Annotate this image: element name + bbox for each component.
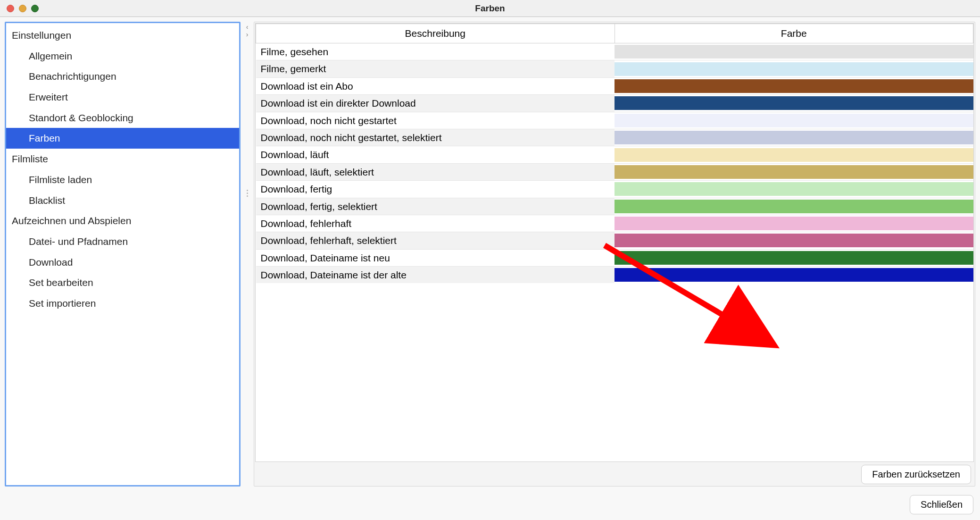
color-cell[interactable]	[615, 181, 973, 198]
description-cell: Download, fehlerhaft, selektiert	[256, 232, 615, 249]
color-swatch	[615, 131, 973, 144]
minimize-window-icon[interactable]	[19, 5, 26, 12]
color-swatch	[615, 45, 973, 59]
color-cell[interactable]	[615, 232, 973, 249]
sidebar-item[interactable]: Erweitert	[6, 87, 239, 108]
sidebar-item[interactable]: Download	[6, 252, 239, 273]
description-cell: Download, fertig	[256, 181, 615, 198]
description-cell: Download, läuft	[256, 146, 615, 163]
table-row[interactable]: Download, fertig	[256, 181, 973, 198]
color-swatch	[615, 62, 973, 76]
table-row[interactable]: Download, Dateiname ist der alte	[256, 267, 973, 284]
sidebar-item[interactable]: Set bearbeiten	[6, 272, 239, 293]
table-row[interactable]: Download, fertig, selektiert	[256, 198, 973, 215]
maximize-window-icon[interactable]	[31, 5, 39, 12]
titlebar: Farben	[0, 0, 980, 17]
color-swatch	[615, 96, 973, 110]
sidebar-item[interactable]: Filmliste laden	[6, 169, 239, 190]
color-cell[interactable]	[615, 60, 973, 77]
color-table: Beschreibung Farbe Filme, gesehenFilme, …	[256, 24, 973, 283]
color-cell[interactable]	[615, 43, 973, 60]
splitter[interactable]: ‹ ›	[243, 22, 251, 486]
description-cell: Download, läuft, selektiert	[256, 163, 615, 180]
content-area: EinstellungenAllgemeinBenachrichtigungen…	[0, 17, 980, 491]
description-cell: Download, noch nicht gestartet, selektie…	[256, 129, 615, 146]
description-cell: Download, fehlerhaft	[256, 215, 615, 232]
dialog-footer: Schließen	[0, 491, 980, 520]
description-cell: Download, noch nicht gestartet	[256, 112, 615, 129]
sidebar-item[interactable]: Set importieren	[6, 293, 239, 314]
table-row[interactable]: Download, läuft	[256, 146, 973, 163]
table-row[interactable]: Download, Dateiname ist neu	[256, 249, 973, 266]
table-row[interactable]: Download, fehlerhaft	[256, 215, 973, 232]
sidebar-item[interactable]: Farben	[6, 128, 239, 149]
color-swatch	[615, 165, 973, 179]
description-cell: Download ist ein direkter Download	[256, 95, 615, 112]
column-header-description[interactable]: Beschreibung	[256, 24, 615, 43]
sidebar-group[interactable]: Filmliste	[6, 149, 239, 169]
color-cell[interactable]	[615, 112, 973, 129]
chevron-left-icon: ‹	[246, 24, 249, 30]
color-swatch	[615, 200, 973, 213]
description-cell: Download ist ein Abo	[256, 77, 615, 94]
table-row[interactable]: Download, läuft, selektiert	[256, 163, 973, 180]
color-swatch	[615, 234, 973, 247]
column-header-color[interactable]: Farbe	[615, 24, 973, 43]
description-cell: Download, Dateiname ist der alte	[256, 267, 615, 284]
table-row[interactable]: Filme, gesehen	[256, 43, 973, 60]
sidebar-item[interactable]: Benachrichtigungen	[6, 66, 239, 87]
close-button[interactable]: Schließen	[910, 495, 973, 514]
table-row[interactable]: Download, noch nicht gestartet	[256, 112, 973, 129]
sidebar-item[interactable]: Allgemein	[6, 46, 239, 67]
color-cell[interactable]	[615, 77, 973, 94]
table-row[interactable]: Download ist ein direkter Download	[256, 95, 973, 112]
color-swatch	[615, 79, 973, 93]
color-cell[interactable]	[615, 95, 973, 112]
settings-window: Farben EinstellungenAllgemeinBenachricht…	[0, 0, 980, 520]
sidebar-item[interactable]: Standort & Geoblocking	[6, 108, 239, 128]
close-window-icon[interactable]	[7, 5, 14, 12]
color-swatch	[615, 251, 973, 265]
color-swatch	[615, 182, 973, 196]
grab-handle-icon	[247, 190, 248, 197]
table-row[interactable]: Download, noch nicht gestartet, selektie…	[256, 129, 973, 146]
color-cell[interactable]	[615, 267, 973, 284]
table-row[interactable]: Download ist ein Abo	[256, 77, 973, 94]
color-cell[interactable]	[615, 198, 973, 215]
reset-colors-button[interactable]: Farben zurücksetzen	[861, 465, 971, 484]
color-cell[interactable]	[615, 129, 973, 146]
window-controls	[7, 5, 39, 12]
description-cell: Filme, gesehen	[256, 43, 615, 60]
color-swatch	[615, 268, 973, 282]
color-swatch	[615, 148, 973, 162]
color-swatch	[615, 114, 973, 127]
color-cell[interactable]	[615, 249, 973, 266]
color-cell[interactable]	[615, 146, 973, 163]
sidebar-item[interactable]: Blacklist	[6, 190, 239, 211]
color-table-container: Beschreibung Farbe Filme, gesehenFilme, …	[255, 23, 974, 462]
color-cell[interactable]	[615, 215, 973, 232]
settings-sidebar: EinstellungenAllgemeinBenachrichtigungen…	[5, 22, 241, 486]
table-row[interactable]: Filme, gemerkt	[256, 60, 973, 77]
color-cell[interactable]	[615, 163, 973, 180]
chevron-right-icon: ›	[246, 31, 249, 38]
sidebar-group[interactable]: Einstellungen	[6, 25, 239, 46]
sidebar-group[interactable]: Aufzeichnen und Abspielen	[6, 210, 239, 231]
table-row[interactable]: Download, fehlerhaft, selektiert	[256, 232, 973, 249]
main-panel: Beschreibung Farbe Filme, gesehenFilme, …	[254, 22, 975, 486]
panel-button-bar: Farben zurücksetzen	[255, 462, 974, 485]
description-cell: Download, fertig, selektiert	[256, 198, 615, 215]
description-cell: Download, Dateiname ist neu	[256, 249, 615, 266]
description-cell: Filme, gemerkt	[256, 60, 615, 77]
color-swatch	[615, 217, 973, 230]
sidebar-item[interactable]: Datei- und Pfadnamen	[6, 231, 239, 252]
window-title: Farben	[475, 3, 505, 14]
